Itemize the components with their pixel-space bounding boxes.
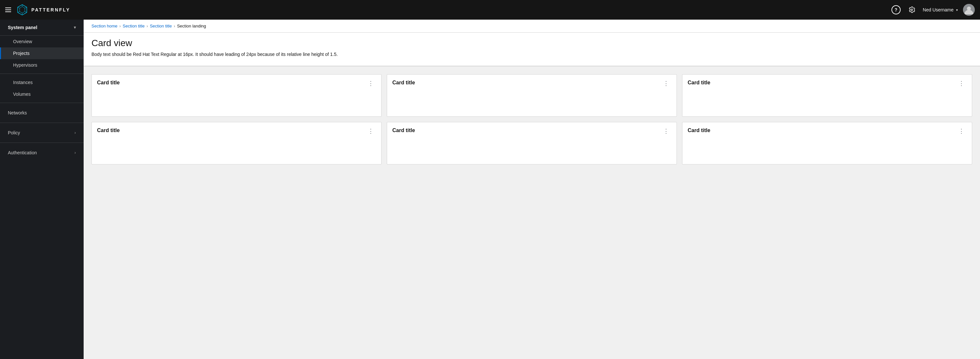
top-navigation: PATTERNFLY ? Ned Username ▾ [0,0,980,20]
card-2-menu-button[interactable]: ⋮ [661,80,671,87]
sidebar-item-networks[interactable]: Networks [0,105,84,120]
card-grid-container: Card title ⋮ Card title ⋮ Card title [84,66,980,172]
card-6: Card title ⋮ [682,122,972,164]
card-1-title: Card title [97,80,119,86]
card-2: Card title ⋮ [387,74,677,117]
main-layout: System panel ▾ Overview Projects Hypervi… [0,20,980,359]
breadcrumb-link-section-home[interactable]: Section home [91,24,118,29]
policy-label: Policy [8,130,20,136]
breadcrumb-sep-1: › [119,24,121,29]
page-header-area: Section home › Section title › Section t… [84,20,980,66]
svg-marker-1 [20,6,25,13]
sidebar-item-instances[interactable]: Instances [0,77,84,88]
svg-line-6 [18,11,20,13]
card-3-body [682,91,972,110]
system-panel-label: System panel [8,25,37,30]
sidebar-divider-3 [0,123,84,123]
user-dropdown-chevron-icon: ▾ [956,8,958,12]
breadcrumb: Section home › Section title › Section t… [91,24,972,29]
hamburger-menu-button[interactable] [5,8,11,12]
card-3-menu-button[interactable]: ⋮ [956,80,967,87]
card-3-title: Card title [687,80,710,86]
user-menu-button[interactable]: Ned Username ▾ [923,7,958,13]
logo-container: PATTERNFLY [16,4,70,16]
sidebar-item-projects[interactable]: Projects [0,48,84,59]
card-5-title: Card title [392,128,415,133]
page-body-text: Body text should be Red Hat Text Regular… [91,51,972,58]
authentication-label: Authentication [8,150,37,155]
sidebar-item-overview[interactable]: Overview [0,36,84,48]
patternfly-logo-icon [16,4,28,16]
networks-label: Networks [8,110,27,115]
page-header: Card view Body text should be Red Hat Te… [84,33,980,66]
card-4-header: Card title ⋮ [92,122,381,139]
card-1-body [92,91,381,110]
policy-chevron-icon: › [75,131,76,135]
svg-line-3 [25,7,27,8]
svg-line-7 [18,7,20,8]
user-avatar[interactable] [963,4,975,16]
card-4-body [92,139,381,158]
card-grid: Card title ⋮ Card title ⋮ Card title [91,74,972,164]
question-mark-icon: ? [895,7,898,13]
card-5-menu-button[interactable]: ⋮ [661,128,671,135]
sidebar-divider-4 [0,142,84,143]
sidebar-item-volumes[interactable]: Volumes [0,88,84,100]
breadcrumb-sep-2: › [147,24,148,29]
card-2-body [387,91,676,110]
help-button[interactable]: ? [891,5,900,14]
card-2-header: Card title ⋮ [387,75,676,91]
breadcrumb-current: Section landing [177,24,206,29]
sidebar-divider-2 [0,103,84,103]
breadcrumb-link-section-title-2[interactable]: Section title [150,24,172,29]
system-panel-chevron-icon: ▾ [74,25,76,30]
authentication-chevron-icon: › [75,150,76,155]
card-5: Card title ⋮ [387,122,677,164]
content-area: Section home › Section title › Section t… [84,20,980,359]
sidebar-item-policy[interactable]: Policy › [0,126,84,140]
gear-icon [908,6,915,13]
card-3-header: Card title ⋮ [682,75,972,91]
sidebar: System panel ▾ Overview Projects Hypervi… [0,20,84,359]
sidebar-section-system-panel[interactable]: System panel ▾ [0,20,84,36]
card-1-menu-button[interactable]: ⋮ [366,80,376,87]
sidebar-item-authentication[interactable]: Authentication › [0,145,84,160]
breadcrumb-link-section-title-1[interactable]: Section title [123,24,145,29]
settings-button[interactable] [906,4,918,16]
card-3: Card title ⋮ [682,74,972,117]
user-name-label: Ned Username [923,7,953,13]
card-4-menu-button[interactable]: ⋮ [366,128,376,135]
breadcrumb-bar: Section home › Section title › Section t… [84,20,980,33]
topnav-right: ? Ned Username ▾ [891,4,975,16]
card-4-title: Card title [97,128,119,133]
sidebar-item-hypervisors[interactable]: Hypervisors [0,59,84,71]
card-6-menu-button[interactable]: ⋮ [956,128,967,135]
card-1: Card title ⋮ [91,74,382,117]
card-6-title: Card title [687,128,710,133]
page-title: Card view [91,38,972,48]
card-1-header: Card title ⋮ [92,75,381,91]
avatar-icon [963,4,975,16]
card-2-title: Card title [392,80,415,86]
breadcrumb-sep-3: › [174,24,175,29]
card-5-header: Card title ⋮ [387,122,676,139]
card-6-body [682,139,972,158]
brand-name: PATTERNFLY [31,7,70,13]
sidebar-divider-1 [0,73,84,74]
card-4: Card title ⋮ [91,122,382,164]
topnav-left: PATTERNFLY [5,4,70,16]
card-5-body [387,139,676,158]
card-6-header: Card title ⋮ [682,122,972,139]
svg-line-4 [25,11,27,13]
